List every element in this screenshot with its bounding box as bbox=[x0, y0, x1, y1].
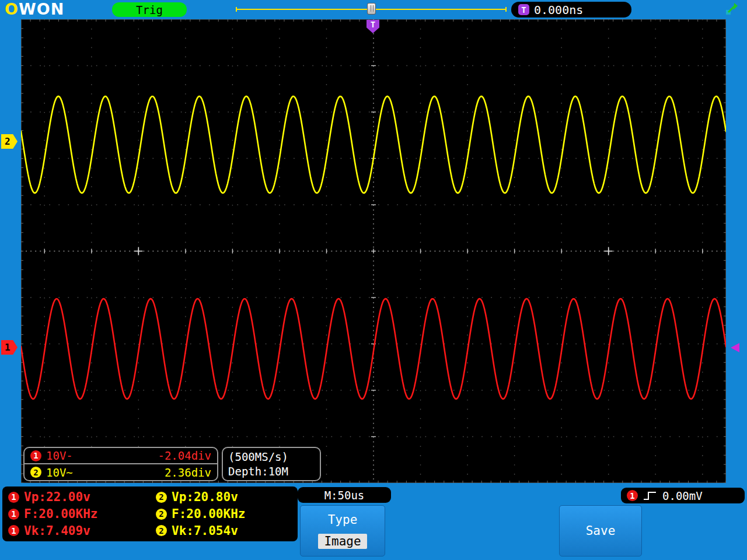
measurement-row-freq: 1 F:20.00KHz 2 F:20.00KHz bbox=[2, 506, 298, 522]
ch1-vp-measurement: 1 Vp:22.00v bbox=[2, 490, 150, 504]
ch1-badge: 1 bbox=[8, 492, 19, 503]
measurement-text: Vp:22.00v bbox=[24, 490, 90, 504]
memory-depth: Depth:10M bbox=[228, 465, 315, 478]
sample-rate: (500MS/s) bbox=[228, 450, 315, 463]
ch2-badge: 2 bbox=[156, 525, 167, 536]
type-button[interactable]: Type Image bbox=[300, 505, 385, 556]
rising-edge-icon bbox=[643, 491, 657, 501]
measurement-row-vk: 1 Vk:7.409v 2 Vk:7.054v bbox=[2, 523, 298, 538]
ch1-freq-measurement: 1 F:20.00KHz bbox=[2, 507, 150, 521]
trigger-t-icon: T bbox=[518, 4, 529, 15]
acquisition-readout: (500MS/s) Depth:10M bbox=[222, 447, 321, 481]
waveform-display: 1 10V- -2.04div 2 10V~ 2.36div (500MS/s)… bbox=[21, 19, 726, 483]
ch1-position-marker[interactable]: 1 bbox=[1, 340, 18, 355]
ch1-badge: 1 bbox=[30, 450, 41, 461]
time-offset-value: 0.000ns bbox=[534, 3, 583, 17]
oscilloscope-ui: OWON Trig T 0.000ns 1 10V- -2.04div bbox=[0, 0, 747, 560]
measurement-text: Vp:20.80v bbox=[172, 490, 238, 504]
trigger-source-badge: 1 bbox=[627, 490, 638, 501]
ch1-position: -2.04div bbox=[158, 449, 211, 462]
trigger-time-offset-readout: T 0.000ns bbox=[511, 2, 631, 18]
measurements-panel: 1 Vp:22.00v 2 Vp:20.80v 1 F:20.00KHz 2 F… bbox=[2, 487, 298, 541]
ch1-scale: 10V- bbox=[46, 449, 73, 462]
ch2-badge: 2 bbox=[156, 509, 167, 520]
ch2-scale-row: 2 10V~ 2.36div bbox=[25, 463, 217, 480]
measurement-text: Vk:7.409v bbox=[24, 524, 90, 538]
top-bar: OWON Trig T 0.000ns bbox=[0, 0, 747, 19]
ch2-freq-measurement: 2 F:20.00KHz bbox=[150, 507, 298, 521]
ch1-badge: 1 bbox=[8, 509, 19, 520]
ch1-badge: 1 bbox=[8, 525, 19, 536]
status-bar: 1 Vp:22.00v 2 Vp:20.80v 1 F:20.00KHz 2 F… bbox=[0, 485, 747, 560]
ch2-position-marker[interactable]: 2 bbox=[1, 134, 18, 149]
owon-logo: OWON bbox=[5, 1, 64, 18]
type-label: Type bbox=[328, 513, 358, 527]
measurement-text: F:20.00KHz bbox=[172, 507, 245, 521]
measurement-text: Vk:7.054v bbox=[172, 524, 238, 538]
save-button[interactable]: Save bbox=[559, 505, 642, 556]
waveform-grid bbox=[21, 19, 726, 483]
logo-o: O bbox=[5, 0, 19, 18]
trig-status-badge: Trig bbox=[112, 2, 187, 17]
measurement-text: F:20.00KHz bbox=[24, 507, 97, 521]
timebase-readout: M:50us bbox=[298, 487, 391, 503]
ch2-scale: 10V~ bbox=[46, 466, 73, 479]
ch2-position: 2.36div bbox=[165, 466, 211, 479]
measurement-row-vp: 1 Vp:22.00v 2 Vp:20.80v bbox=[2, 489, 298, 505]
trigger-level-readout: 1 0.00mV bbox=[621, 488, 745, 503]
ch1-scale-row: 1 10V- -2.04div bbox=[25, 448, 217, 463]
ch1-vk-measurement: 1 Vk:7.409v bbox=[2, 524, 150, 538]
ch2-vk-measurement: 2 Vk:7.054v bbox=[150, 524, 298, 538]
type-selected-value: Image bbox=[318, 534, 366, 549]
trigger-level-marker[interactable] bbox=[731, 343, 739, 352]
logo-rest: WON bbox=[19, 0, 64, 18]
export-icon[interactable] bbox=[725, 2, 738, 15]
ch2-badge: 2 bbox=[156, 492, 167, 503]
horizontal-position-handle[interactable] bbox=[367, 3, 376, 15]
channel-scale-readout: 1 10V- -2.04div 2 10V~ 2.36div bbox=[23, 447, 218, 481]
ch2-badge: 2 bbox=[30, 467, 41, 478]
ch2-vp-measurement: 2 Vp:20.80v bbox=[150, 490, 298, 504]
trigger-level-value: 0.00mV bbox=[662, 489, 703, 502]
